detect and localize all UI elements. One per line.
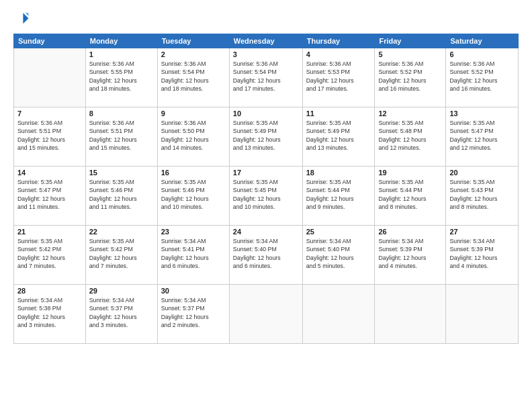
calendar-header-row: SundayMondayTuesdayWednesdayThursdayFrid… — [14, 34, 519, 48]
calendar-cell: 21Sunrise: 5:35 AM Sunset: 5:42 PM Dayli… — [14, 226, 86, 285]
calendar-cell: 6Sunrise: 5:36 AM Sunset: 5:52 PM Daylig… — [446, 48, 519, 107]
day-info: Sunrise: 5:35 AM Sunset: 5:44 PM Dayligh… — [306, 178, 371, 211]
calendar-week-row: 14Sunrise: 5:35 AM Sunset: 5:47 PM Dayli… — [14, 167, 519, 226]
calendar-cell: 16Sunrise: 5:35 AM Sunset: 5:46 PM Dayli… — [157, 167, 229, 226]
day-number: 17 — [233, 169, 299, 177]
day-number: 14 — [17, 169, 82, 177]
calendar-week-row: 1Sunrise: 5:36 AM Sunset: 5:55 PM Daylig… — [14, 48, 519, 107]
day-info: Sunrise: 5:36 AM Sunset: 5:52 PM Dayligh… — [378, 60, 442, 93]
day-number: 16 — [161, 169, 226, 177]
day-number: 22 — [89, 228, 154, 236]
day-number: 19 — [378, 169, 442, 177]
day-info: Sunrise: 5:35 AM Sunset: 5:46 PM Dayligh… — [161, 178, 226, 211]
day-number: 23 — [161, 228, 226, 236]
calendar-cell: 8Sunrise: 5:36 AM Sunset: 5:51 PM Daylig… — [85, 107, 157, 167]
day-number: 8 — [89, 109, 154, 118]
calendar-week-row: 21Sunrise: 5:35 AM Sunset: 5:42 PM Dayli… — [14, 226, 519, 285]
logo — [13, 11, 32, 27]
day-number: 29 — [89, 287, 154, 295]
day-number: 20 — [449, 169, 515, 177]
logo-icon — [13, 11, 30, 27]
day-number: 5 — [378, 50, 442, 58]
day-info: Sunrise: 5:34 AM Sunset: 5:41 PM Dayligh… — [161, 237, 226, 270]
calendar-table: SundayMondayTuesdayWednesdayThursdayFrid… — [13, 34, 519, 344]
day-number: 12 — [378, 109, 442, 118]
calendar-day-header: Friday — [375, 34, 446, 48]
day-info: Sunrise: 5:34 AM Sunset: 5:37 PM Dayligh… — [89, 296, 154, 329]
calendar-cell: 15Sunrise: 5:35 AM Sunset: 5:46 PM Dayli… — [85, 167, 157, 226]
calendar-cell — [229, 285, 302, 344]
day-number: 13 — [449, 109, 515, 118]
day-info: Sunrise: 5:36 AM Sunset: 5:53 PM Dayligh… — [306, 60, 371, 93]
day-number: 30 — [161, 287, 226, 295]
day-info: Sunrise: 5:35 AM Sunset: 5:49 PM Dayligh… — [233, 119, 299, 152]
calendar-cell: 7Sunrise: 5:36 AM Sunset: 5:51 PM Daylig… — [14, 107, 86, 167]
day-info: Sunrise: 5:34 AM Sunset: 5:37 PM Dayligh… — [161, 296, 226, 329]
day-info: Sunrise: 5:34 AM Sunset: 5:40 PM Dayligh… — [306, 237, 371, 270]
calendar-cell: 17Sunrise: 5:35 AM Sunset: 5:45 PM Dayli… — [229, 167, 302, 226]
day-number: 6 — [449, 50, 515, 58]
day-info: Sunrise: 5:36 AM Sunset: 5:54 PM Dayligh… — [233, 60, 299, 93]
day-number: 10 — [233, 109, 299, 118]
day-info: Sunrise: 5:35 AM Sunset: 5:43 PM Dayligh… — [449, 178, 515, 211]
day-info: Sunrise: 5:35 AM Sunset: 5:44 PM Dayligh… — [378, 178, 442, 211]
day-info: Sunrise: 5:36 AM Sunset: 5:54 PM Dayligh… — [161, 60, 226, 93]
calendar-cell: 30Sunrise: 5:34 AM Sunset: 5:37 PM Dayli… — [157, 285, 229, 344]
calendar-cell: 29Sunrise: 5:34 AM Sunset: 5:37 PM Dayli… — [85, 285, 157, 344]
calendar-day-header: Monday — [85, 34, 157, 48]
calendar-day-header: Thursday — [302, 34, 375, 48]
calendar-cell — [446, 285, 519, 344]
calendar-cell: 2Sunrise: 5:36 AM Sunset: 5:54 PM Daylig… — [157, 48, 229, 107]
calendar-cell: 23Sunrise: 5:34 AM Sunset: 5:41 PM Dayli… — [157, 226, 229, 285]
calendar-day-header: Wednesday — [229, 34, 302, 48]
calendar-cell — [14, 48, 86, 107]
calendar-cell: 4Sunrise: 5:36 AM Sunset: 5:53 PM Daylig… — [302, 48, 375, 107]
day-number: 21 — [17, 228, 82, 236]
day-info: Sunrise: 5:36 AM Sunset: 5:52 PM Dayligh… — [449, 60, 515, 93]
day-number: 24 — [233, 228, 299, 236]
day-number: 18 — [306, 169, 371, 177]
calendar-cell: 13Sunrise: 5:35 AM Sunset: 5:47 PM Dayli… — [446, 107, 519, 167]
day-number: 26 — [378, 228, 442, 236]
calendar-cell: 26Sunrise: 5:34 AM Sunset: 5:39 PM Dayli… — [375, 226, 446, 285]
calendar-week-row: 7Sunrise: 5:36 AM Sunset: 5:51 PM Daylig… — [14, 107, 519, 167]
day-number: 27 — [449, 228, 515, 236]
calendar-cell: 10Sunrise: 5:35 AM Sunset: 5:49 PM Dayli… — [229, 107, 302, 167]
day-info: Sunrise: 5:34 AM Sunset: 5:40 PM Dayligh… — [233, 237, 299, 270]
calendar-day-header: Saturday — [446, 34, 519, 48]
calendar-day-header: Sunday — [14, 34, 86, 48]
day-info: Sunrise: 5:36 AM Sunset: 5:55 PM Dayligh… — [89, 60, 154, 93]
day-info: Sunrise: 5:35 AM Sunset: 5:42 PM Dayligh… — [17, 237, 82, 270]
day-number: 28 — [17, 287, 82, 295]
day-number: 4 — [306, 50, 371, 58]
calendar-cell: 9Sunrise: 5:36 AM Sunset: 5:50 PM Daylig… — [157, 107, 229, 167]
day-number: 11 — [306, 109, 371, 118]
day-info: Sunrise: 5:35 AM Sunset: 5:48 PM Dayligh… — [378, 119, 442, 152]
day-info: Sunrise: 5:34 AM Sunset: 5:39 PM Dayligh… — [449, 237, 515, 270]
day-info: Sunrise: 5:35 AM Sunset: 5:42 PM Dayligh… — [89, 237, 154, 270]
calendar-cell: 18Sunrise: 5:35 AM Sunset: 5:44 PM Dayli… — [302, 167, 375, 226]
calendar-cell: 1Sunrise: 5:36 AM Sunset: 5:55 PM Daylig… — [85, 48, 157, 107]
day-number: 7 — [17, 109, 82, 118]
calendar-cell: 27Sunrise: 5:34 AM Sunset: 5:39 PM Dayli… — [446, 226, 519, 285]
calendar-cell: 20Sunrise: 5:35 AM Sunset: 5:43 PM Dayli… — [446, 167, 519, 226]
page: SundayMondayTuesdayWednesdayThursdayFrid… — [0, 0, 532, 411]
header — [13, 11, 519, 27]
calendar-cell: 28Sunrise: 5:34 AM Sunset: 5:38 PM Dayli… — [14, 285, 86, 344]
day-info: Sunrise: 5:36 AM Sunset: 5:51 PM Dayligh… — [17, 119, 82, 152]
day-number: 15 — [89, 169, 154, 177]
calendar-cell: 12Sunrise: 5:35 AM Sunset: 5:48 PM Dayli… — [375, 107, 446, 167]
calendar-cell: 11Sunrise: 5:35 AM Sunset: 5:49 PM Dayli… — [302, 107, 375, 167]
calendar-cell — [375, 285, 446, 344]
day-number: 9 — [161, 109, 226, 118]
calendar-cell: 25Sunrise: 5:34 AM Sunset: 5:40 PM Dayli… — [302, 226, 375, 285]
calendar-cell: 19Sunrise: 5:35 AM Sunset: 5:44 PM Dayli… — [375, 167, 446, 226]
day-info: Sunrise: 5:36 AM Sunset: 5:50 PM Dayligh… — [161, 119, 226, 152]
day-info: Sunrise: 5:34 AM Sunset: 5:39 PM Dayligh… — [378, 237, 442, 270]
calendar-day-header: Tuesday — [157, 34, 229, 48]
day-info: Sunrise: 5:35 AM Sunset: 5:49 PM Dayligh… — [306, 119, 371, 152]
day-number: 1 — [89, 50, 154, 58]
day-info: Sunrise: 5:36 AM Sunset: 5:51 PM Dayligh… — [89, 119, 154, 152]
calendar-cell: 22Sunrise: 5:35 AM Sunset: 5:42 PM Dayli… — [85, 226, 157, 285]
day-number: 2 — [161, 50, 226, 58]
